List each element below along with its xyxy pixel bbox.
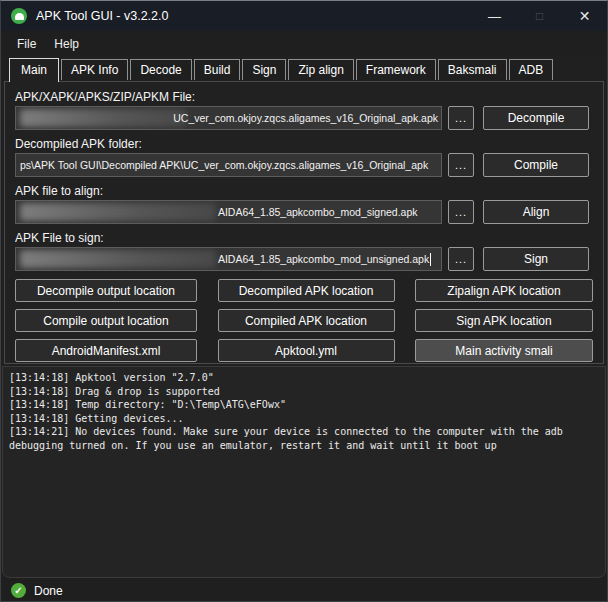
decompile-button[interactable]: Decompile	[483, 106, 589, 130]
sign-file-label: APK File to sign:	[15, 231, 603, 245]
tab-strip: Main APK Info Decode Build Sign Zip alig…	[1, 56, 607, 81]
log-line: [13:14:18] Temp directory: "D:\Temp\ATG\…	[9, 398, 599, 412]
compile-button[interactable]: Compile	[483, 153, 589, 177]
redaction-blur	[20, 250, 216, 268]
align-file-label: APK file to align:	[15, 184, 603, 198]
main-tab-panel: APK/XAPK/APKS/ZIP/APKM File: UC_ver_com.…	[4, 81, 604, 364]
apk-file-label: APK/XAPK/APKS/ZIP/APKM File:	[15, 90, 603, 104]
tab-decode[interactable]: Decode	[130, 59, 191, 80]
align-file-browse-button[interactable]: ...	[448, 200, 474, 224]
sign-file-value: AIDA64_1.85_apkcombo_mod_unsigned.apk	[218, 248, 431, 270]
decompiled-folder-browse-button[interactable]: ...	[448, 153, 474, 177]
sign-file-text: AIDA64_1.85_apkcombo_mod_unsigned.apk	[218, 253, 429, 265]
align-button[interactable]: Align	[483, 200, 589, 224]
log-line: [13:14:18] Getting devices...	[9, 412, 599, 426]
apktool-yml-button[interactable]: Apktool.yml	[218, 339, 395, 362]
redaction-blur	[20, 109, 186, 127]
window-controls: — □ ✕	[472, 1, 607, 31]
tab-framework[interactable]: Framework	[356, 59, 436, 80]
decompiled-folder-label: Decompiled APK folder:	[15, 137, 603, 151]
apk-file-value: UC_ver_com.okjoy.zqcs.aligames_v16_Origi…	[173, 107, 438, 129]
decompiled-folder-input[interactable]: ps\APK Tool GUI\Decompiled APK\UC_ver_co…	[15, 153, 442, 177]
log-line: [13:14:18] Drag & drop is supported	[9, 385, 599, 399]
apk-file-browse-button[interactable]: ...	[448, 106, 474, 130]
sign-button[interactable]: Sign	[483, 247, 589, 271]
close-button[interactable]: ✕	[562, 1, 607, 31]
align-file-value: AIDA64_1.85_apkcombo_mod_signed.apk	[218, 201, 418, 223]
title-bar[interactable]: APK Tool GUI - v3.2.2.0 — □ ✕	[1, 1, 607, 31]
tab-adb[interactable]: ADB	[509, 59, 554, 80]
sign-file-input[interactable]: AIDA64_1.85_apkcombo_mod_unsigned.apk	[15, 247, 442, 271]
tab-zip-align[interactable]: Zip align	[288, 59, 353, 80]
maximize-button[interactable]: □	[517, 1, 562, 31]
main-activity-smali-button[interactable]: Main activity smali	[415, 339, 593, 362]
status-bar: ✓ Done	[1, 578, 607, 602]
sign-file-browse-button[interactable]: ...	[448, 247, 474, 271]
decompiled-folder-row: ps\APK Tool GUI\Decompiled APK\UC_ver_co…	[15, 153, 589, 177]
tab-sign[interactable]: Sign	[242, 59, 286, 80]
menu-bar: File Help	[1, 31, 607, 56]
app-icon	[11, 8, 27, 24]
redaction-blur	[20, 203, 216, 221]
menu-help[interactable]: Help	[45, 34, 88, 54]
androidmanifest-xml-button[interactable]: AndroidManifest.xml	[15, 339, 197, 362]
log-output[interactable]: [13:14:18] Apktool version "2.7.0" [13:1…	[2, 366, 606, 578]
tab-main[interactable]: Main	[9, 58, 59, 82]
align-file-row: AIDA64_1.85_apkcombo_mod_signed.apk ... …	[15, 200, 589, 224]
align-file-input[interactable]: AIDA64_1.85_apkcombo_mod_signed.apk	[15, 200, 442, 224]
text-caret	[430, 253, 431, 266]
window-title: APK Tool GUI - v3.2.2.0	[36, 9, 168, 23]
android-head-icon	[15, 13, 24, 20]
status-text: Done	[34, 584, 63, 598]
tab-baksmali[interactable]: Baksmali	[438, 59, 507, 80]
decompile-output-location-button[interactable]: Decompile output location	[15, 279, 197, 302]
done-check-icon: ✓	[11, 583, 26, 598]
sign-file-row: AIDA64_1.85_apkcombo_mod_unsigned.apk ..…	[15, 247, 589, 271]
log-line: [13:14:18] Apktool version "2.7.0"	[9, 371, 599, 385]
tab-apk-info[interactable]: APK Info	[61, 59, 128, 80]
decompiled-folder-value: ps\APK Tool GUI\Decompiled APK\UC_ver_co…	[20, 154, 428, 176]
decompiled-apk-location-button[interactable]: Decompiled APK location	[218, 279, 395, 302]
zipalign-apk-location-button[interactable]: Zipalign APK location	[415, 279, 593, 302]
compiled-apk-location-button[interactable]: Compiled APK location	[218, 309, 395, 332]
compile-output-location-button[interactable]: Compile output location	[15, 309, 197, 332]
apk-file-input[interactable]: UC_ver_com.okjoy.zqcs.aligames_v16_Origi…	[15, 106, 442, 130]
shortcut-button-grid: Decompile output location Decompiled APK…	[15, 279, 593, 362]
log-line: [13:14:21] No devices found. Make sure y…	[9, 425, 599, 452]
tab-build[interactable]: Build	[194, 59, 241, 80]
minimize-button[interactable]: —	[472, 1, 517, 31]
menu-file[interactable]: File	[8, 34, 45, 54]
apk-file-row: UC_ver_com.okjoy.zqcs.aligames_v16_Origi…	[15, 106, 589, 130]
sign-apk-location-button[interactable]: Sign APK location	[415, 309, 593, 332]
app-window: APK Tool GUI - v3.2.2.0 — □ ✕ File Help …	[0, 0, 608, 602]
